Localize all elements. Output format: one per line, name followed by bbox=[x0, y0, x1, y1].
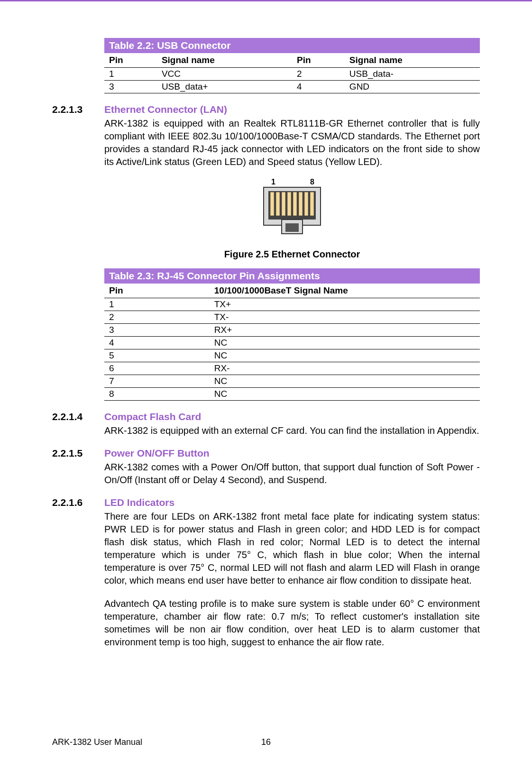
section-2-2-1-6: 2.2.1.6 LED Indicators There are four LE… bbox=[52, 497, 480, 649]
figure-caption: Figure 2.5 Ethernet Connector bbox=[104, 249, 480, 260]
section-title: Power ON/OFF Button bbox=[104, 448, 210, 459]
cell: 4 bbox=[104, 337, 210, 349]
svg-rect-6 bbox=[282, 192, 285, 216]
section-2-2-1-5: 2.2.1.5 Power ON/OFF Button ARK-1382 com… bbox=[52, 448, 480, 486]
table-row: 1 VCC 2 USB_data- bbox=[104, 68, 480, 81]
section-title: LED Indicators bbox=[104, 497, 174, 508]
cell: 6 bbox=[104, 362, 210, 375]
svg-rect-11 bbox=[310, 192, 314, 216]
cell: 3 bbox=[104, 81, 157, 93]
table-row: 5NC bbox=[104, 349, 480, 362]
svg-rect-10 bbox=[304, 192, 308, 216]
rj45-connector-icon: 1 8 bbox=[254, 178, 330, 244]
cell: NC bbox=[210, 375, 480, 388]
table-row: 4NC bbox=[104, 337, 480, 349]
section-number: 2.2.1.5 bbox=[52, 448, 104, 459]
table-header-row: Pin Signal name Pin Signal name bbox=[104, 53, 480, 68]
cell: VCC bbox=[157, 68, 292, 81]
col-header: 10/100/1000BaseT Signal Name bbox=[210, 284, 480, 298]
svg-rect-7 bbox=[287, 192, 291, 216]
table-header-row: Pin 10/100/1000BaseT Signal Name bbox=[104, 284, 480, 298]
col-header: Pin bbox=[104, 53, 157, 68]
table-2-2-title: Table 2.2: USB Connector bbox=[104, 38, 480, 53]
section-body: ARK-1382 comes with a Power On/Off butto… bbox=[104, 461, 480, 486]
table-row: 6RX- bbox=[104, 362, 480, 375]
cell: TX- bbox=[210, 311, 480, 324]
table-row: 8NC bbox=[104, 388, 480, 401]
table-row: 2TX- bbox=[104, 311, 480, 324]
section-title: Compact Flash Card bbox=[104, 411, 201, 422]
table-row: 3RX+ bbox=[104, 324, 480, 337]
svg-rect-9 bbox=[299, 192, 303, 216]
cell: 8 bbox=[104, 388, 210, 401]
cell: 1 bbox=[104, 68, 157, 81]
footer-page-number: 16 bbox=[261, 737, 271, 747]
table-2-2-grid: Pin Signal name Pin Signal name 1 VCC 2 … bbox=[104, 53, 480, 93]
section-body: ARK-1382 is equipped with an external CF… bbox=[104, 424, 480, 437]
section-2-2-1-4: 2.2.1.4 Compact Flash Card ARK-1382 is e… bbox=[52, 411, 480, 437]
table-row: 7NC bbox=[104, 375, 480, 388]
svg-rect-4 bbox=[270, 192, 274, 216]
pin-label-1: 1 bbox=[271, 178, 275, 186]
table-row: 1TX+ bbox=[104, 298, 480, 311]
section-body: There are four LEDs on ARK-1382 front me… bbox=[104, 510, 480, 587]
section-body: Advantech QA testing profile is to make … bbox=[104, 597, 480, 649]
section-number: 2.2.1.4 bbox=[52, 411, 104, 422]
cell: TX+ bbox=[210, 298, 480, 311]
svg-rect-1 bbox=[268, 191, 316, 220]
section-body: ARK-1382 is equipped with an Realtek RTL… bbox=[104, 117, 480, 168]
table-2-3-grid: Pin 10/100/1000BaseT Signal Name 1TX+ 2T… bbox=[104, 284, 480, 401]
col-header: Pin bbox=[292, 53, 345, 68]
cell: USB_data- bbox=[345, 68, 480, 81]
table-row: 3 USB_data+ 4 GND bbox=[104, 81, 480, 93]
top-accent-rule bbox=[0, 0, 532, 1]
cell: 2 bbox=[104, 311, 210, 324]
cell: 7 bbox=[104, 375, 210, 388]
cell: 5 bbox=[104, 349, 210, 362]
figure-2-5: 1 8 bbox=[104, 178, 480, 246]
pin-label-8: 8 bbox=[310, 178, 314, 186]
section-number: 2.2.1.6 bbox=[52, 497, 104, 508]
section-title: Ethernet Connector (LAN) bbox=[104, 104, 227, 115]
cell: 4 bbox=[292, 81, 345, 93]
cell: 2 bbox=[292, 68, 345, 81]
section-number: 2.2.1.3 bbox=[52, 104, 104, 115]
svg-rect-8 bbox=[293, 192, 297, 216]
table-2-2: Table 2.2: USB Connector Pin Signal name… bbox=[104, 38, 480, 93]
cell: RX+ bbox=[210, 324, 480, 337]
cell: NC bbox=[210, 337, 480, 349]
col-header: Pin bbox=[104, 284, 210, 298]
col-header: Signal name bbox=[157, 53, 292, 68]
cell: GND bbox=[345, 81, 480, 93]
svg-rect-3 bbox=[285, 223, 299, 232]
cell: NC bbox=[210, 349, 480, 362]
cell: RX- bbox=[210, 362, 480, 375]
cell: NC bbox=[210, 388, 480, 401]
cell: 1 bbox=[104, 298, 210, 311]
table-2-3-title: Table 2.3: RJ-45 Connector Pin Assignmen… bbox=[104, 268, 480, 284]
cell: USB_data+ bbox=[157, 81, 292, 93]
cell: 3 bbox=[104, 324, 210, 337]
page-footer: ARK-1382 User Manual 16 bbox=[52, 737, 480, 747]
section-2-2-1-3: 2.2.1.3 Ethernet Connector (LAN) ARK-138… bbox=[52, 104, 480, 168]
col-header: Signal name bbox=[345, 53, 480, 68]
page-body: Table 2.2: USB Connector Pin Signal name… bbox=[0, 0, 532, 677]
table-2-3: Table 2.3: RJ-45 Connector Pin Assignmen… bbox=[104, 268, 480, 401]
svg-rect-5 bbox=[276, 192, 280, 216]
